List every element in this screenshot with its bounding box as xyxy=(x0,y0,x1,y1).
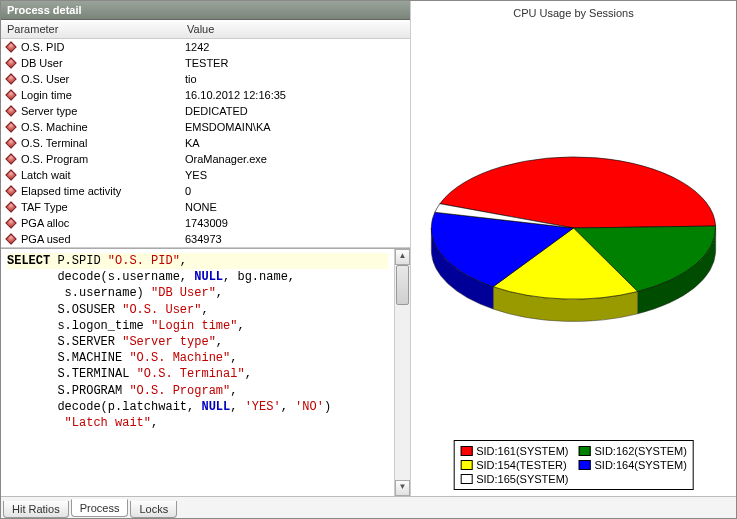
param-cell: PGA used xyxy=(1,231,181,247)
table-row[interactable]: Login time16.10.2012 12:16:35 xyxy=(1,87,410,103)
tab-locks[interactable]: Locks xyxy=(130,501,177,518)
table-row[interactable]: DB UserTESTER xyxy=(1,55,410,71)
param-cell: O.S. User xyxy=(1,71,181,87)
chart-pane: CPU Usage by Sessions SID:161(SYSTEM) SI… xyxy=(411,1,736,496)
param-cell: Server type xyxy=(1,103,181,119)
bullet-icon xyxy=(5,201,16,212)
legend-item-162: SID:162(SYSTEM) xyxy=(579,445,687,457)
pie-chart xyxy=(411,21,736,496)
bullet-icon xyxy=(5,41,16,52)
sql-select-kw: SELECT xyxy=(7,254,57,268)
param-label: O.S. Machine xyxy=(21,121,88,133)
param-label: Elapsed time activity xyxy=(21,185,121,197)
table-row[interactable]: O.S. PID1242 xyxy=(1,39,410,56)
scroll-down-icon[interactable]: ▼ xyxy=(395,480,410,496)
param-label: O.S. User xyxy=(21,73,69,85)
chart-body: SID:161(SYSTEM) SID:162(SYSTEM) SID:154(… xyxy=(411,21,736,496)
bullet-icon xyxy=(5,169,16,180)
param-label: PGA alloc xyxy=(21,217,69,229)
value-cell: OraManager.exe xyxy=(181,151,410,167)
bullet-icon xyxy=(5,105,16,116)
param-cell: O.S. Terminal xyxy=(1,135,181,151)
detail-table: Parameter Value O.S. PID1242DB UserTESTE… xyxy=(1,20,410,247)
value-cell: YES xyxy=(181,167,410,183)
swatch-red xyxy=(460,446,472,456)
table-row[interactable]: Elapsed time activity0 xyxy=(1,183,410,199)
table-row[interactable]: Server typeDEDICATED xyxy=(1,103,410,119)
bullet-icon xyxy=(5,89,16,100)
param-label: Server type xyxy=(21,105,77,117)
bullet-icon xyxy=(5,153,16,164)
col-value[interactable]: Value xyxy=(181,20,410,39)
value-cell: 1242 xyxy=(181,39,410,56)
bullet-icon xyxy=(5,137,16,148)
value-cell: 634973 xyxy=(181,231,410,247)
param-label: O.S. Terminal xyxy=(21,137,87,149)
table-row[interactable]: PGA alloc1743009 xyxy=(1,215,410,231)
table-row[interactable]: O.S. Usertio xyxy=(1,71,410,87)
legend-item-165: SID:165(SYSTEM) xyxy=(460,473,568,485)
param-label: Latch wait xyxy=(21,169,71,181)
detail-table-wrap: Parameter Value O.S. PID1242DB UserTESTE… xyxy=(1,20,410,248)
param-label: Login time xyxy=(21,89,72,101)
table-row[interactable]: O.S. TerminalKA xyxy=(1,135,410,151)
value-cell: DEDICATED xyxy=(181,103,410,119)
main-area: Process detail Parameter Value O.S. PID1… xyxy=(1,1,736,496)
sql-text[interactable]: SELECT P.SPID "O.S. PID", decode(s.usern… xyxy=(1,249,394,496)
sql-panel: SELECT P.SPID "O.S. PID", decode(s.usern… xyxy=(1,248,410,496)
tab-process[interactable]: Process xyxy=(71,499,129,517)
left-pane: Process detail Parameter Value O.S. PID1… xyxy=(1,1,411,496)
bullet-icon xyxy=(5,233,16,244)
value-cell: 0 xyxy=(181,183,410,199)
param-cell: DB User xyxy=(1,55,181,71)
panel-title: Process detail xyxy=(1,1,410,20)
sql-scrollbar[interactable]: ▲ ▼ xyxy=(394,249,410,496)
chart-title: CPU Usage by Sessions xyxy=(411,1,736,21)
value-cell: NONE xyxy=(181,199,410,215)
bullet-icon xyxy=(5,73,16,84)
param-label: TAF Type xyxy=(21,201,68,213)
value-cell: tio xyxy=(181,71,410,87)
table-row[interactable]: PGA used634973 xyxy=(1,231,410,247)
swatch-yellow xyxy=(460,460,472,470)
bottom-tabs: Hit Ratios Process Locks xyxy=(1,496,736,518)
param-cell: PGA alloc xyxy=(1,215,181,231)
param-cell: Elapsed time activity xyxy=(1,183,181,199)
bullet-icon xyxy=(5,217,16,228)
scroll-up-icon[interactable]: ▲ xyxy=(395,249,410,265)
table-row[interactable]: O.S. ProgramOraManager.exe xyxy=(1,151,410,167)
tab-hit-ratios[interactable]: Hit Ratios xyxy=(3,501,69,518)
param-cell: Latch wait xyxy=(1,167,181,183)
table-row[interactable]: Latch waitYES xyxy=(1,167,410,183)
legend-item-164: SID:164(SYSTEM) xyxy=(579,459,687,471)
bullet-icon xyxy=(5,185,16,196)
param-label: O.S. PID xyxy=(21,41,64,53)
swatch-green xyxy=(579,446,591,456)
table-row[interactable]: O.S. MachineEMSDOMAIN\KA xyxy=(1,119,410,135)
param-label: O.S. Program xyxy=(21,153,88,165)
chart-legend: SID:161(SYSTEM) SID:162(SYSTEM) SID:154(… xyxy=(453,440,694,490)
table-row[interactable]: TAF TypeNONE xyxy=(1,199,410,215)
param-cell: O.S. Machine xyxy=(1,119,181,135)
param-cell: Login time xyxy=(1,87,181,103)
bullet-icon xyxy=(5,57,16,68)
value-cell: 16.10.2012 12:16:35 xyxy=(181,87,410,103)
value-cell: TESTER xyxy=(181,55,410,71)
param-label: PGA used xyxy=(21,233,71,245)
param-cell: TAF Type xyxy=(1,199,181,215)
swatch-blue xyxy=(579,460,591,470)
value-cell: 1743009 xyxy=(181,215,410,231)
scroll-thumb[interactable] xyxy=(396,265,409,305)
col-parameter[interactable]: Parameter xyxy=(1,20,181,39)
bullet-icon xyxy=(5,121,16,132)
swatch-white xyxy=(460,474,472,484)
app-window: Process detail Parameter Value O.S. PID1… xyxy=(0,0,737,519)
legend-item-154: SID:154(TESTER) xyxy=(460,459,568,471)
value-cell: KA xyxy=(181,135,410,151)
value-cell: EMSDOMAIN\KA xyxy=(181,119,410,135)
legend-item-161: SID:161(SYSTEM) xyxy=(460,445,568,457)
param-label: DB User xyxy=(21,57,63,69)
param-cell: O.S. Program xyxy=(1,151,181,167)
param-cell: O.S. PID xyxy=(1,39,181,55)
